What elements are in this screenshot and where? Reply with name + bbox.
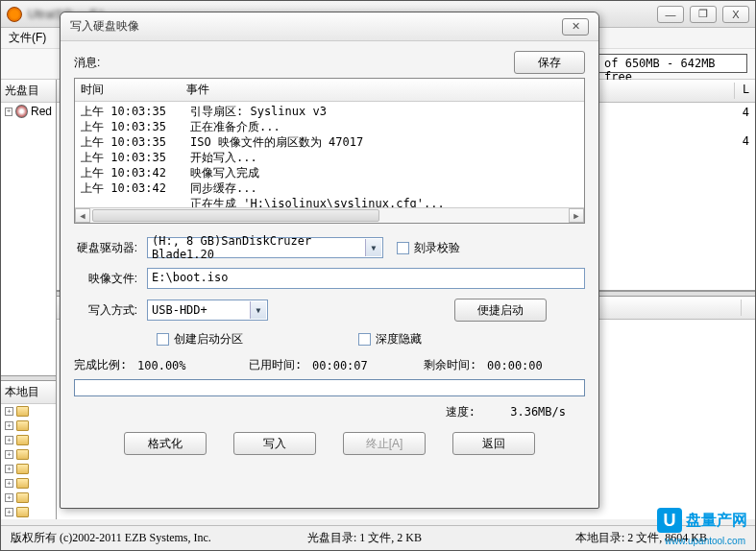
folder-icon: [16, 406, 29, 417]
log-time: 上午 10:03:35: [81, 104, 190, 119]
message-label: 消息:: [74, 55, 514, 71]
watermark-url: www.upantool.com: [665, 536, 745, 546]
dialog-titlebar[interactable]: 写入硬盘映像 ✕: [61, 12, 598, 41]
log-time: 上午 10:03:35: [81, 119, 190, 134]
checkbox-icon: [157, 333, 169, 346]
expand-icon[interactable]: +: [5, 508, 13, 516]
log-time: 上午 10:03:42: [81, 180, 190, 196]
menu-file[interactable]: 文件(F): [9, 31, 46, 44]
log-row: 上午 10:03:42映像写入完成: [75, 165, 584, 180]
log-event: 引导扇区: Syslinux v3: [190, 104, 327, 119]
tree-item[interactable]: +: [1, 476, 56, 491]
maximize-button[interactable]: ❐: [690, 6, 717, 23]
method-combo[interactable]: USB-HDD+ ▼: [147, 299, 268, 321]
tree-item[interactable]: +: [1, 419, 56, 433]
tree-item[interactable]: +: [1, 462, 56, 476]
log-event: 同步缓存...: [190, 180, 257, 196]
verify-checkbox[interactable]: 刻录校验: [397, 240, 460, 256]
pct-label: 完成比例:: [74, 357, 137, 373]
save-button[interactable]: 保存: [514, 51, 585, 74]
quick-boot-button[interactable]: 便捷启动: [454, 299, 547, 322]
remain-label: 剩余时间:: [424, 357, 487, 373]
expand-icon[interactable]: +: [5, 108, 12, 116]
log-row: 上午 10:03:35开始写入...: [75, 150, 584, 165]
statusbar: 版权所有 (c)2002-2011 EZB Systems, Inc. 光盘目录…: [1, 525, 755, 550]
log-box: 时间 事件 上午 10:03:35引导扇区: Syslinux v3上午 10:…: [74, 78, 585, 224]
free-space-indicator: of 650MB - 642MB free: [594, 54, 747, 73]
folder-icon: [16, 464, 29, 474]
expand-icon[interactable]: +: [5, 493, 13, 502]
drive-combo[interactable]: (H:, 8 GB)SanDiskCruzer Blade1.20 ▼: [147, 237, 383, 258]
expand-icon[interactable]: +: [5, 436, 13, 444]
tree-item[interactable]: +: [1, 505, 56, 519]
checkbox-icon: [397, 242, 409, 254]
chevron-down-icon[interactable]: ▼: [250, 301, 266, 319]
elapsed-value: 00:00:07: [312, 359, 395, 372]
log-col-event[interactable]: 事件: [186, 82, 209, 98]
speed-value: 3.36MB/s: [510, 405, 566, 419]
checkbox-icon: [358, 333, 371, 346]
app-icon: [7, 7, 22, 22]
folder-icon: [16, 492, 29, 503]
image-path-field[interactable]: E:\boot.iso: [147, 268, 585, 289]
tree-item[interactable]: +: [1, 404, 56, 419]
dialog-title: 写入硬盘映像: [70, 18, 562, 35]
format-button[interactable]: 格式化: [124, 432, 207, 455]
dialog-close-button[interactable]: ✕: [562, 18, 589, 36]
create-partition-checkbox[interactable]: 创建启动分区: [157, 331, 243, 347]
scroll-left-icon[interactable]: ◄: [75, 208, 90, 223]
minimize-button[interactable]: —: [657, 6, 684, 23]
watermark-text: 盘量产网: [686, 511, 747, 531]
log-row: 上午 10:03:35引导扇区: Syslinux v3: [75, 104, 584, 119]
expand-icon[interactable]: +: [5, 450, 13, 459]
create-partition-label: 创建启动分区: [174, 331, 243, 347]
cd-dir-header: 光盘目: [1, 80, 56, 103]
tree-item[interactable]: +: [1, 433, 56, 447]
expand-icon[interactable]: +: [5, 479, 13, 488]
folder-icon: [16, 420, 29, 431]
cd-icon: [15, 105, 28, 118]
local-dir-header: 本地目: [1, 381, 56, 404]
cd-dir-status: 光盘目录: 1 文件, 2 KB: [307, 530, 422, 546]
image-label: 映像文件:: [74, 271, 147, 287]
scroll-thumb[interactable]: [92, 209, 379, 222]
copyright: 版权所有 (c)2002-2011 EZB Systems, Inc.: [11, 530, 211, 546]
close-button[interactable]: X: [722, 6, 749, 23]
method-value: USB-HDD+: [152, 303, 207, 317]
scroll-right-icon[interactable]: ►: [569, 208, 584, 223]
abort-button: 终止[A]: [343, 432, 426, 455]
return-button[interactable]: 返回: [452, 432, 535, 455]
tree-item[interactable]: +: [1, 447, 56, 462]
watermark-icon: U: [657, 508, 682, 533]
log-col-time[interactable]: 时间: [81, 82, 186, 98]
log-row: 上午 10:03:42同步缓存...: [75, 180, 584, 196]
expand-icon[interactable]: +: [5, 407, 13, 416]
log-row: 上午 10:03:35ISO 映像文件的扇区数为 47017: [75, 134, 584, 150]
log-row: 上午 10:03:35正在准备介质...: [75, 119, 584, 134]
deep-hide-checkbox[interactable]: 深度隐藏: [358, 331, 422, 347]
folder-icon: [16, 435, 29, 445]
log-event: 映像写入完成: [190, 165, 259, 180]
log-time: 上午 10:03:35: [81, 150, 190, 165]
tree-label: Red: [31, 105, 52, 118]
log-event: ISO 映像文件的扇区数为 47017: [190, 134, 363, 150]
write-disk-image-dialog: 写入硬盘映像 ✕ 消息: 保存 时间 事件 上午 10:03:35引导扇区: S…: [60, 12, 599, 509]
watermark: U 盘量产网: [657, 508, 747, 533]
expand-icon[interactable]: +: [5, 465, 13, 473]
elapsed-label: 已用时间:: [249, 357, 312, 373]
speed-label: 速度:: [446, 405, 476, 419]
progress-bar: [74, 379, 585, 396]
chevron-down-icon[interactable]: ▼: [365, 239, 381, 256]
pct-value: 100.00%: [137, 359, 220, 372]
expand-icon[interactable]: +: [5, 421, 13, 430]
log-time: 上午 10:03:42: [81, 165, 190, 180]
h-scrollbar[interactable]: ◄ ►: [75, 207, 584, 223]
drive-label: 硬盘驱动器:: [74, 240, 147, 256]
drive-value: (H:, 8 GB)SanDiskCruzer Blade1.20: [152, 234, 378, 261]
tree-item[interactable]: +: [1, 491, 56, 505]
folder-icon: [16, 449, 29, 460]
col-l[interactable]: L: [743, 83, 749, 99]
write-button[interactable]: 写入: [233, 432, 316, 455]
folder-icon: [16, 507, 29, 517]
tree-item[interactable]: + Red: [1, 103, 56, 120]
